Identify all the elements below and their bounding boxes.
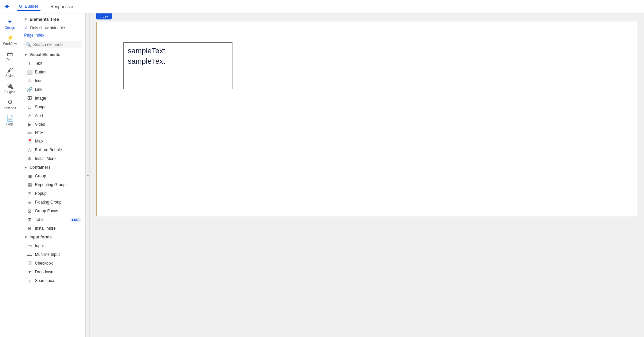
- nav-item-logs[interactable]: 📄 Logs: [0, 113, 20, 129]
- element-multiline-input[interactable]: ▬ Multiline Input: [20, 250, 85, 259]
- floating-group-icon: ⊟: [27, 200, 32, 205]
- input-icon: ▭: [27, 243, 32, 248]
- html-icon: </>: [27, 131, 32, 135]
- element-group-focus[interactable]: ⊠ Group Focus: [20, 207, 85, 215]
- hideable-checkmark: ✓: [24, 25, 28, 30]
- logs-icon: 📄: [6, 115, 14, 121]
- workflow-icon: ⚡: [6, 35, 14, 41]
- repeating-group-icon: ▦: [27, 182, 32, 187]
- element-link[interactable]: 🔗 Link: [20, 85, 85, 94]
- built-on-bubble-icon: ◎: [27, 147, 32, 153]
- tab-responsive[interactable]: Responsive: [48, 3, 76, 10]
- canvas-element-box[interactable]: sampleText sampleText: [123, 42, 232, 89]
- video-icon: ▶: [27, 122, 32, 127]
- element-install-more-visual[interactable]: ⊕ Install More: [20, 154, 85, 163]
- dropdown-icon: ▾: [27, 269, 32, 275]
- element-checkbox[interactable]: ☑ Checkbox: [20, 259, 85, 268]
- element-built-on-bubble[interactable]: ◎ Built on Bubble: [20, 146, 85, 154]
- collapse-arrow: ◂: [87, 173, 89, 177]
- multiline-input-icon: ▬: [27, 252, 32, 257]
- vertical-nav: ✦ Design ⚡ Workflow 🗃 Data 🖌 Styles 🔌 Pl…: [0, 13, 20, 337]
- tab-ui-builder[interactable]: UI Builder: [16, 2, 41, 11]
- alert-icon: ⚠: [27, 113, 32, 118]
- text-icon: T: [27, 61, 32, 66]
- element-input[interactable]: ▭ Input: [20, 241, 85, 250]
- canvas-sample-text-1: sampleText: [128, 46, 228, 56]
- input-forms-header: ▼ Input forms: [20, 233, 85, 241]
- page-index-link[interactable]: Page index: [20, 32, 85, 39]
- nav-item-settings[interactable]: ⚙ Settings: [0, 97, 20, 113]
- element-text[interactable]: T Text: [20, 59, 85, 68]
- nav-item-workflow[interactable]: ⚡ Workflow: [0, 32, 20, 48]
- collapse-handle[interactable]: ◂: [86, 13, 90, 337]
- nav-item-data[interactable]: 🗃 Data: [0, 48, 20, 64]
- link-icon: 🔗: [27, 87, 32, 92]
- shape-icon: □: [27, 104, 32, 110]
- element-repeating-group[interactable]: ▦ Repeating Group: [20, 180, 85, 189]
- table-icon: ⊞: [27, 217, 32, 222]
- show-hideable-row[interactable]: ✓ Only show hideable: [20, 24, 85, 32]
- canvas-sample-text-2: sampleText: [128, 56, 228, 67]
- styles-icon: 🖌: [7, 67, 13, 73]
- visual-elements-header: ▼ Visual Elements: [20, 50, 85, 59]
- element-video[interactable]: ▶ Video: [20, 120, 85, 129]
- element-dropdown[interactable]: ▾ Dropdown: [20, 268, 85, 276]
- nav-item-styles[interactable]: 🖌 Styles: [0, 64, 20, 80]
- install-more-visual-icon: ⊕: [27, 156, 32, 161]
- data-icon: 🗃: [7, 51, 13, 57]
- canvas-page[interactable]: sampleText sampleText: [96, 22, 637, 216]
- icon-icon: ☆: [27, 78, 32, 83]
- element-group[interactable]: ▣ Group: [20, 172, 85, 180]
- element-searchbox[interactable]: ⌕ Searchbox: [20, 276, 85, 285]
- settings-icon: ⚙: [7, 99, 13, 105]
- element-icon[interactable]: ☆ Icon: [20, 76, 85, 85]
- main-layout: ✦ Design ⚡ Workflow 🗃 Data 🖌 Styles 🔌 Pl…: [0, 13, 644, 337]
- map-icon: 📍: [27, 138, 32, 144]
- image-icon: 🖼: [27, 96, 32, 101]
- beta-badge: BETA: [70, 218, 81, 222]
- canvas-area[interactable]: index sampleText sampleText: [90, 13, 644, 337]
- visual-elements-chevron: ▼: [24, 53, 28, 57]
- app-logo: ✦: [4, 3, 10, 11]
- search-box: 🔍: [23, 41, 82, 48]
- element-image[interactable]: 🖼 Image: [20, 94, 85, 103]
- elements-scroll: ▼ Visual Elements T Text ⬜ Button ☆ Icon…: [20, 50, 85, 337]
- element-html[interactable]: </> HTML: [20, 129, 85, 137]
- containers-chevron: ▼: [24, 166, 28, 169]
- element-install-more-containers[interactable]: ⊕ Install More: [20, 224, 85, 233]
- top-bar: ✦ UI Builder Responsive: [0, 0, 644, 13]
- nav-item-plugins[interactable]: 🔌 Plugins: [0, 80, 20, 97]
- element-floating-group[interactable]: ⊟ Floating Group: [20, 198, 85, 207]
- collapse-icon: ▼: [24, 17, 28, 21]
- popup-icon: ⊡: [27, 191, 32, 196]
- element-popup[interactable]: ⊡ Popup: [20, 189, 85, 198]
- nav-item-design[interactable]: ✦ Design: [0, 16, 20, 32]
- group-icon: ▣: [27, 173, 32, 179]
- element-table[interactable]: ⊞ Table BETA: [20, 215, 85, 224]
- search-input[interactable]: [33, 42, 79, 47]
- element-map[interactable]: 📍 Map: [20, 137, 85, 146]
- design-icon: ✦: [7, 19, 12, 25]
- elements-panel: ▼ Elements Tree ✓ Only show hideable Pag…: [20, 13, 86, 337]
- searchbox-icon: ⌕: [27, 278, 32, 283]
- button-icon: ⬜: [27, 69, 32, 75]
- search-icon: 🔍: [26, 42, 31, 47]
- install-more-containers-icon: ⊕: [27, 226, 32, 231]
- checkbox-icon: ☑: [27, 261, 32, 266]
- element-shape[interactable]: □ Shape: [20, 103, 85, 111]
- element-alert[interactable]: ⚠ Alert: [20, 111, 85, 120]
- containers-header: ▼ Containers: [20, 163, 85, 172]
- group-focus-icon: ⊠: [27, 208, 32, 214]
- canvas-tab[interactable]: index: [96, 13, 112, 19]
- input-forms-chevron: ▼: [24, 235, 28, 239]
- elements-tree-header: ▼ Elements Tree: [20, 13, 85, 24]
- element-button[interactable]: ⬜ Button: [20, 68, 85, 76]
- plugins-icon: 🔌: [6, 83, 14, 89]
